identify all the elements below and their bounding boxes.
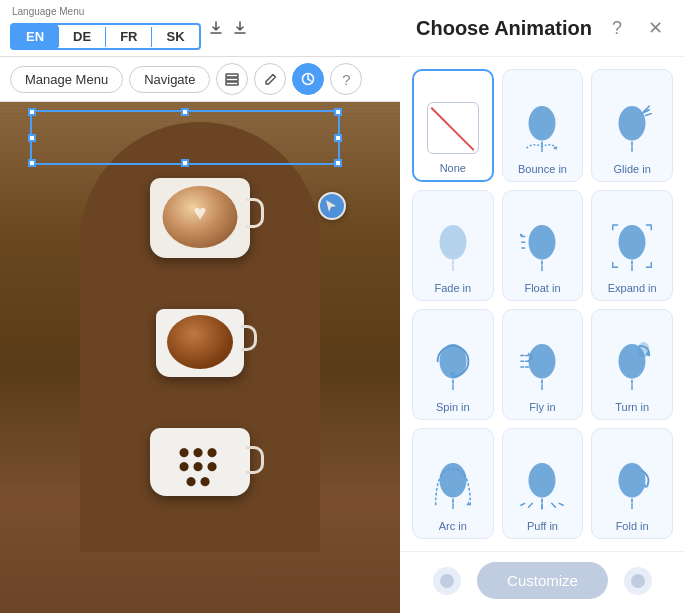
svg-rect-1 (226, 78, 238, 81)
turn-icon-area (604, 339, 660, 395)
espresso-cup-wrapper (156, 309, 244, 377)
glide-label: Glide in (614, 163, 651, 175)
customize-button[interactable]: Customize (477, 562, 608, 599)
arch-shape: ♥ (80, 122, 320, 552)
latte-cup: ♥ (150, 178, 250, 258)
language-menu-container: Language Menu EN DE FR SK (10, 6, 201, 50)
fly-label: Fly in (529, 401, 555, 413)
dot-indicator-left (433, 567, 461, 595)
panel-help-button[interactable]: ? (603, 14, 631, 42)
float-icon-area (514, 220, 570, 276)
panel-close-button[interactable]: ✕ (641, 14, 669, 42)
svg-point-4 (529, 106, 556, 141)
cup-body: ♥ (150, 178, 250, 258)
download-bottom-icon[interactable] (231, 19, 249, 37)
fold-label: Fold in (616, 520, 649, 532)
navigate-button[interactable]: Navigate (129, 66, 210, 93)
puff-label: Puff in (527, 520, 558, 532)
espresso-handle (241, 325, 257, 351)
lang-tab-de[interactable]: DE (59, 25, 105, 48)
expand-label: Expand in (608, 282, 657, 294)
animation-grid: None Bounce in (400, 57, 685, 551)
edit-button[interactable] (254, 63, 286, 95)
canvas-content: ♥ (0, 102, 400, 552)
expand-balloon (610, 223, 654, 273)
fold-balloon (610, 461, 654, 511)
espresso-body (156, 309, 244, 377)
action-toolbar: Manage Menu Navigate ? (0, 57, 400, 102)
bounce-balloon (520, 104, 564, 154)
canvas-background: ♥ (0, 102, 400, 613)
float-label: Float in (524, 282, 560, 294)
lang-tab-sk[interactable]: SK (152, 25, 198, 48)
panel-title: Choose Animation (416, 17, 592, 40)
turn-balloon (610, 342, 654, 392)
bounce-icon-area (514, 101, 570, 157)
panel-bottom: Customize (400, 551, 685, 613)
fade-icon-area (425, 220, 481, 276)
fly-balloon (520, 342, 564, 392)
glide-balloon (610, 104, 654, 154)
beans-cup-wrapper: ⬤⬤⬤⬤⬤⬤⬤⬤ (150, 428, 250, 496)
svg-rect-0 (226, 74, 238, 77)
download-top-icon[interactable] (207, 19, 225, 37)
heart-art: ♥ (180, 196, 220, 230)
svg-point-8 (439, 225, 466, 260)
help-button[interactable]: ? (330, 63, 362, 95)
editor-panel: Language Menu EN DE FR SK Manage Menu (0, 0, 400, 613)
dot-inner-right (631, 574, 645, 588)
layers-button[interactable] (216, 63, 248, 95)
panel-header: Choose Animation ? ✕ (400, 0, 685, 57)
cursor-indicator (318, 192, 346, 220)
puff-balloon (520, 461, 564, 511)
language-toolbar: Language Menu EN DE FR SK (0, 0, 400, 57)
arc-balloon (431, 461, 475, 511)
bounce-label: Bounce in (518, 163, 567, 175)
expand-icon-area (604, 220, 660, 276)
beans-decoration: ⬤⬤⬤⬤⬤⬤⬤⬤ (179, 445, 221, 488)
animation-fade-in[interactable]: Fade in (412, 190, 494, 301)
none-icon (427, 102, 479, 154)
arc-icon-area (425, 458, 481, 514)
svg-point-23 (529, 463, 556, 498)
animation-arc-in[interactable]: Arc in (412, 428, 494, 539)
svg-point-25 (619, 463, 646, 498)
panel-header-icons: ? ✕ (603, 14, 669, 42)
beans-body: ⬤⬤⬤⬤⬤⬤⬤⬤ (150, 428, 250, 496)
beans-handle (246, 446, 264, 474)
animation-none[interactable]: None (412, 69, 494, 182)
animation-expand-in[interactable]: Expand in (591, 190, 673, 301)
animation-glide-in[interactable]: Glide in (591, 69, 673, 182)
svg-point-6 (619, 106, 646, 141)
animation-fly-in[interactable]: Fly in (502, 309, 584, 420)
lang-tab-fr[interactable]: FR (106, 25, 151, 48)
lang-tab-en[interactable]: EN (12, 25, 58, 48)
animation-spin-in[interactable]: Spin in (412, 309, 494, 420)
espresso-cup (156, 309, 244, 377)
svg-point-16 (529, 344, 556, 379)
animation-fold-in[interactable]: Fold in (591, 428, 673, 539)
spin-balloon (431, 342, 475, 392)
glide-icon-area (604, 101, 660, 157)
animation-puff-in[interactable]: Puff in (502, 428, 584, 539)
svg-point-20 (638, 342, 650, 357)
svg-point-10 (529, 225, 556, 260)
float-balloon (520, 223, 564, 273)
fade-label: Fade in (434, 282, 471, 294)
animation-bounce-in[interactable]: Bounce in (502, 69, 584, 182)
animation-turn-in[interactable]: Turn in (591, 309, 673, 420)
animation-button[interactable] (292, 63, 324, 95)
latte-cup-wrapper: ♥ (150, 178, 250, 258)
espresso-surface (167, 315, 233, 369)
none-icon-area (425, 100, 481, 156)
beans-cup: ⬤⬤⬤⬤⬤⬤⬤⬤ (150, 428, 250, 496)
animation-float-in[interactable]: Float in (502, 190, 584, 301)
fly-icon-area (514, 339, 570, 395)
arc-label: Arc in (439, 520, 467, 532)
language-tabs: EN DE FR SK (10, 23, 201, 50)
cup-handle (246, 198, 264, 228)
turn-label: Turn in (615, 401, 649, 413)
language-menu-label: Language Menu (10, 6, 201, 17)
manage-menu-button[interactable]: Manage Menu (10, 66, 123, 93)
spin-label: Spin in (436, 401, 470, 413)
